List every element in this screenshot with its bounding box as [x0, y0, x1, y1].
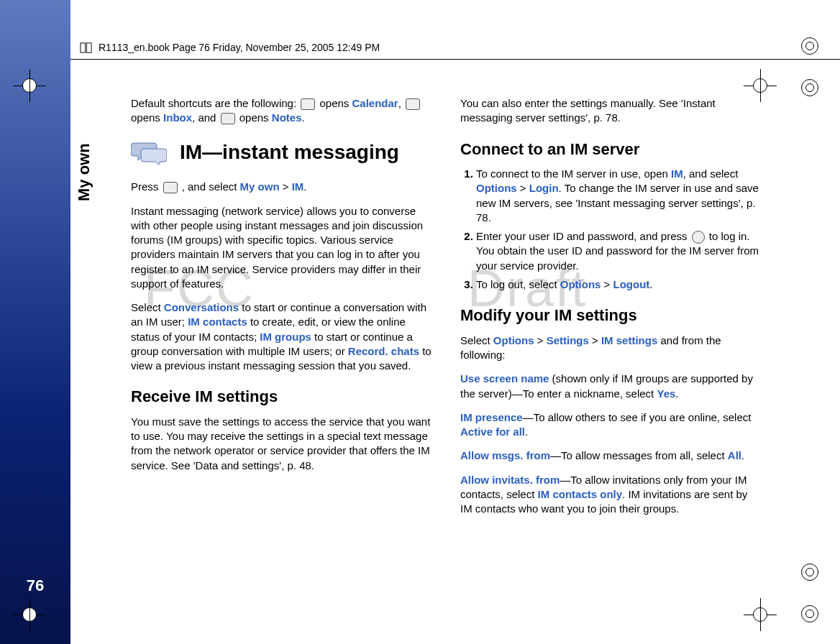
login-link: Login [529, 182, 559, 194]
inbox-link: Inbox [163, 111, 192, 124]
select-key-icon [692, 231, 705, 244]
im-settings-link: IM settings [601, 334, 657, 346]
use-screen-name-para: Use screen name (shown only if IM groups… [460, 372, 761, 401]
text: > [534, 334, 547, 346]
press-para: Press , and select My own > IM. [131, 180, 432, 194]
text: opens [131, 111, 163, 124]
text: . [303, 180, 306, 193]
modify-heading: Modify your IM settings [460, 305, 761, 326]
modify-intro-para: Select Options > Settings > IM settings … [460, 334, 761, 363]
im-icon [131, 139, 167, 165]
text: , [398, 97, 404, 109]
crop-mark-icon [13, 598, 46, 631]
header-rule [0, 59, 840, 60]
text: —To allow others to see if you are onlin… [523, 411, 752, 423]
text: . [649, 278, 652, 290]
default-shortcuts-para: Default shortcuts are the following: ope… [131, 96, 432, 126]
settings-link: Settings [547, 334, 589, 346]
crop-mark-icon [13, 69, 46, 102]
connect-heading: Connect to an IM server [460, 139, 761, 160]
im-contacts-link: IM contacts [188, 316, 247, 328]
header-text: R1113_en.book Page 76 Friday, November 2… [99, 42, 380, 53]
svg-rect-0 [81, 42, 86, 52]
step-3: To log out, select Options > Logout. [476, 277, 761, 292]
logout-link: Logout [613, 278, 650, 290]
eyelet-icon [801, 37, 820, 56]
im-heading-row: IM—instant messaging [131, 139, 432, 166]
text: Enter your user ID and password, and pre… [476, 230, 690, 242]
eyelet-icon [801, 605, 820, 624]
allow-invitats-link: Allow invitats. from [460, 474, 560, 486]
calendar-link: Calendar [352, 97, 398, 109]
text: To log out, select [476, 278, 560, 290]
options-link: Options [560, 278, 601, 290]
page-content: Default shortcuts are the following: ope… [131, 96, 761, 565]
text: Select [131, 301, 164, 313]
text: > [601, 278, 613, 290]
notes-key-icon [221, 113, 235, 124]
menu-key-icon [163, 182, 178, 193]
use-screen-name-link: Use screen name [460, 372, 549, 385]
text: . [301, 111, 304, 124]
im-presence-link: IM presence [460, 411, 523, 423]
connect-steps: To connect to the IM server in use, open… [460, 167, 761, 292]
text: opens [239, 111, 272, 124]
receive-para: You must save the settings to access the… [131, 415, 432, 473]
left-column: Default shortcuts are the following: ope… [131, 96, 432, 565]
step-2: Enter your user ID and password, and pre… [476, 229, 761, 273]
notes-link: Notes [272, 111, 302, 124]
document-header: R1113_en.book Page 76 Friday, November 2… [79, 37, 761, 58]
text: Default shortcuts are the following: [131, 97, 299, 109]
eyelet-icon [801, 564, 820, 582]
text: Press [131, 180, 162, 193]
myown-link: My own [240, 180, 280, 193]
im-contacts-only-link: IM contacts only [538, 488, 623, 500]
text: . [525, 426, 528, 438]
step-1: To connect to the IM server in use, open… [476, 167, 761, 225]
record-chats-link: Record. chats [348, 345, 419, 357]
im-link: IM [671, 167, 683, 180]
text: > [280, 180, 292, 193]
conversations-link: Conversations [164, 301, 239, 313]
im-groups-link: IM groups [260, 331, 311, 343]
receive-heading: Receive IM settings [131, 386, 432, 408]
side-section-label: My own [75, 143, 93, 201]
im-description-para: Instant messaging (network service) allo… [131, 204, 432, 292]
text: —To allow messages from all, select [550, 449, 728, 461]
page-number: 76 [0, 576, 70, 595]
options-link: Options [493, 334, 534, 346]
select-para: Select Conversations to start or continu… [131, 300, 432, 373]
manual-para: You can also enter the settings manually… [460, 96, 761, 126]
text: Select [460, 334, 493, 346]
im-presence-para: IM presence—To allow others to see if yo… [460, 410, 761, 440]
right-column: You can also enter the settings manually… [460, 96, 761, 565]
crop-mark-icon [744, 598, 777, 631]
allow-msgs-link: Allow msgs. from [460, 449, 550, 461]
text: > [589, 334, 601, 346]
allow-msgs-para: Allow msgs. from—To allow messages from … [460, 448, 761, 463]
text: . [675, 387, 678, 400]
active-for-all-link: Active for all [460, 426, 525, 438]
all-link: All [728, 449, 741, 461]
options-link: Options [476, 182, 517, 194]
yes-link: Yes [657, 387, 675, 400]
im-heading: IM—instant messaging [180, 139, 399, 166]
text: , and select [182, 180, 240, 193]
text: To connect to the IM server in use, open [476, 167, 671, 180]
text: , and select [683, 167, 739, 180]
calendar-key-icon [301, 98, 315, 110]
text: . [741, 449, 744, 461]
inbox-key-icon [406, 98, 420, 110]
book-icon [79, 41, 93, 55]
allow-invitats-para: Allow invitats. from—To allow invitation… [460, 473, 761, 517]
svg-rect-1 [86, 42, 91, 52]
text: opens [319, 97, 352, 109]
eyelet-icon [801, 79, 820, 98]
im-link: IM [292, 180, 304, 193]
text: , and [192, 111, 219, 124]
text: > [517, 182, 529, 194]
